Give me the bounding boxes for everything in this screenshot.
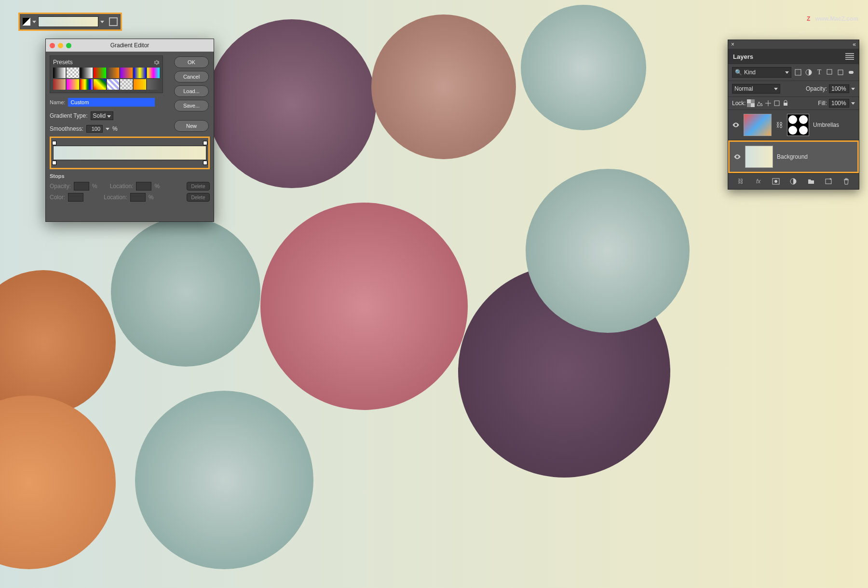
- ok-button[interactable]: OK: [174, 56, 209, 68]
- gradient-type-select[interactable]: Solid: [91, 111, 114, 120]
- blend-mode-select[interactable]: Normal: [732, 84, 780, 94]
- filter-shape-icon[interactable]: [826, 68, 834, 76]
- filter-pixel-icon[interactable]: [794, 68, 802, 76]
- close-icon[interactable]: ×: [731, 41, 734, 48]
- chevron-down-icon[interactable]: [851, 102, 855, 105]
- new-button[interactable]: New: [174, 120, 209, 132]
- color-stop[interactable]: [52, 161, 56, 165]
- filter-smartobj-icon[interactable]: [837, 68, 844, 76]
- fill-input[interactable]: 100%: [829, 99, 849, 108]
- link-icon[interactable]: ⛓: [775, 121, 783, 129]
- umbrella-shape: [0, 396, 116, 569]
- preset-swatch[interactable]: [53, 79, 66, 90]
- filter-adjustment-icon[interactable]: [805, 68, 813, 76]
- layer-fx-icon[interactable]: fx: [755, 178, 762, 185]
- opacity-stop[interactable]: [203, 141, 207, 145]
- dialog-titlebar[interactable]: Gradient Editor: [46, 39, 214, 52]
- preset-swatch[interactable]: [67, 68, 79, 78]
- chevron-down-icon[interactable]: [851, 88, 855, 90]
- tool-swatch[interactable]: [23, 18, 30, 26]
- group-icon[interactable]: [807, 178, 815, 185]
- delete-stop-button[interactable]: Delete: [187, 182, 210, 191]
- preset-swatch[interactable]: [80, 68, 93, 78]
- delete-layer-icon[interactable]: [842, 178, 850, 185]
- umbrella-shape: [135, 391, 313, 569]
- chevron-down-icon[interactable]: [106, 128, 109, 130]
- preset-swatch[interactable]: [67, 79, 79, 90]
- gradient-mode-linear[interactable]: [109, 17, 118, 26]
- preset-swatch[interactable]: [107, 68, 120, 78]
- layer-row[interactable]: ⛓ Umbrellas: [728, 110, 859, 140]
- preset-swatch[interactable]: [53, 68, 66, 78]
- layer-thumbnail[interactable]: [745, 146, 773, 168]
- chevron-down-icon[interactable]: [100, 21, 104, 23]
- gradient-preview[interactable]: [38, 16, 98, 27]
- fill-label: Fill:: [818, 100, 827, 107]
- preset-swatch[interactable]: [80, 79, 93, 90]
- gradient-options-bar: [18, 13, 122, 31]
- layer-row-selected[interactable]: Background: [728, 140, 859, 173]
- filter-kind-select[interactable]: 🔍 Kind: [732, 67, 791, 78]
- umbrella-shape: [0, 270, 116, 415]
- chevron-down-icon[interactable]: [32, 21, 36, 23]
- preset-swatch[interactable]: [120, 68, 133, 78]
- link-layers-icon[interactable]: ⛓: [737, 178, 745, 185]
- umbrella-shape: [371, 14, 516, 159]
- presets-label: Presets: [53, 59, 73, 66]
- color-stop[interactable]: [203, 161, 207, 165]
- layer-mask-thumbnail[interactable]: [787, 114, 809, 136]
- panel-menu-icon[interactable]: [845, 53, 854, 60]
- layer-thumbnail[interactable]: [744, 114, 772, 136]
- filter-toggle[interactable]: [847, 68, 855, 76]
- new-layer-icon[interactable]: [825, 178, 832, 185]
- gear-icon[interactable]: [153, 59, 160, 66]
- svg-rect-7: [751, 103, 755, 107]
- location-input[interactable]: [136, 182, 151, 191]
- visibility-icon[interactable]: [733, 153, 741, 161]
- preset-swatch[interactable]: [147, 79, 160, 90]
- smoothness-input[interactable]: 100: [86, 125, 103, 133]
- collapse-icon[interactable]: «: [853, 41, 856, 48]
- preset-swatch[interactable]: [134, 79, 146, 90]
- adjustment-layer-icon[interactable]: [789, 178, 797, 185]
- dialog-title: Gradient Editor: [46, 42, 214, 49]
- preset-swatch[interactable]: [120, 79, 133, 90]
- preset-swatch[interactable]: [94, 79, 106, 90]
- filter-type-icon[interactable]: T: [815, 68, 823, 76]
- load-button[interactable]: Load...: [174, 85, 209, 97]
- gradient-name-input[interactable]: [68, 98, 155, 107]
- visibility-icon[interactable]: [732, 121, 740, 129]
- opacity-stop[interactable]: [52, 141, 56, 145]
- opacity-value-input[interactable]: [74, 182, 89, 191]
- svg-point-11: [774, 180, 777, 183]
- lock-artboard-icon[interactable]: [773, 99, 781, 107]
- cancel-button[interactable]: Cancel: [174, 71, 209, 82]
- lock-all-icon[interactable]: [782, 99, 789, 107]
- preset-swatch[interactable]: [107, 79, 120, 90]
- gradient-bar-highlight: [50, 137, 210, 169]
- add-mask-icon[interactable]: [772, 178, 780, 185]
- save-button[interactable]: Save...: [174, 100, 209, 111]
- delete-stop-button[interactable]: Delete: [187, 193, 210, 202]
- lock-position-icon[interactable]: [764, 99, 772, 107]
- layers-tab[interactable]: Layers: [733, 53, 753, 60]
- color-swatch-input[interactable]: [68, 193, 83, 202]
- lock-transparency-icon[interactable]: [747, 99, 755, 107]
- umbrella-shape: [207, 19, 376, 188]
- layer-name[interactable]: Umbrellas: [813, 122, 839, 128]
- umbrella-shape: [111, 217, 260, 367]
- location-input[interactable]: [130, 193, 146, 202]
- lock-image-icon[interactable]: [756, 99, 763, 107]
- opacity-input[interactable]: 100%: [829, 84, 849, 93]
- location-label: Location:: [104, 194, 127, 201]
- name-label: Name:: [50, 99, 65, 105]
- smoothness-unit: %: [112, 125, 118, 132]
- svg-rect-8: [774, 101, 779, 106]
- gradient-bar[interactable]: [53, 146, 206, 160]
- svg-rect-3: [838, 70, 843, 75]
- layer-name[interactable]: Background: [777, 153, 808, 160]
- preset-swatch[interactable]: [147, 68, 160, 78]
- preset-swatch[interactable]: [94, 68, 106, 78]
- preset-swatch[interactable]: [134, 68, 146, 78]
- svg-rect-9: [784, 103, 787, 106]
